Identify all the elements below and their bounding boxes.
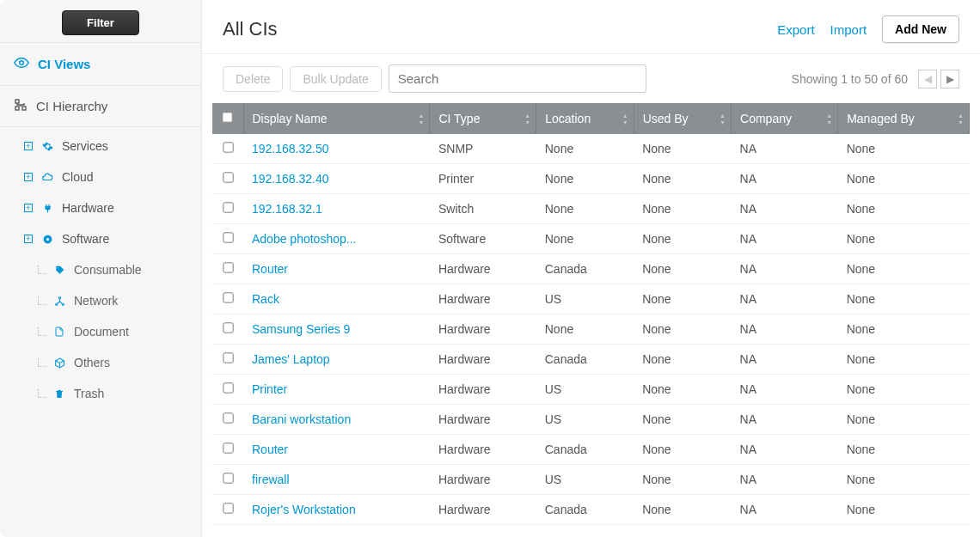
display-name-link[interactable]: firewall [252,473,290,486]
column-header-managed-by[interactable]: Managed By▲▼ [838,103,970,134]
sort-icon[interactable]: ▲▼ [622,113,628,125]
row-checkbox[interactable] [223,352,233,363]
search-input[interactable] [389,64,646,93]
sidebar-item-others[interactable]: Others [0,347,201,378]
display-name-link[interactable]: 192.168.32.1 [252,202,322,216]
row-checkbox[interactable] [223,382,233,393]
display-name-link[interactable]: Rojer's Workstation [252,503,356,516]
cell-managed-by: None [838,284,970,314]
select-all-checkbox[interactable] [223,112,233,122]
cell-location: Canada [536,435,634,465]
display-name-link[interactable]: 192.168.32.40 [252,172,329,186]
add-new-button[interactable]: Add New [882,15,959,43]
svg-rect-3 [15,107,19,110]
ci-hierarchy-header[interactable]: CI Hierarchy [0,86,201,127]
sidebar-item-trash[interactable]: Trash [0,378,201,409]
cell-managed-by: None [838,495,970,525]
expand-icon[interactable]: + [24,173,33,181]
cell-used-by: None [634,134,731,164]
expand-icon[interactable]: + [24,235,33,243]
row-checkbox[interactable] [223,202,233,212]
sidebar: Filter CI Views CI Hierarchy +Services+C… [0,0,202,537]
expand-icon[interactable]: + [24,204,33,212]
row-checkbox[interactable] [223,262,233,272]
cell-used-by: None [634,345,731,375]
cell-used-by: None [634,435,731,465]
sidebar-item-software[interactable]: +Software [0,223,201,254]
cell-company: NA [732,375,838,405]
column-header-ci-type[interactable]: CI Type▲▼ [430,103,536,134]
row-checkbox[interactable] [223,503,233,513]
sort-icon[interactable]: ▲▼ [958,113,964,125]
svg-point-7 [55,303,57,305]
sidebar-item-services[interactable]: +Services [0,131,201,162]
ci-hierarchy-label: CI Hierarchy [36,99,107,113]
column-header-location[interactable]: Location▲▼ [536,103,634,134]
column-header-display-name[interactable]: Display Name▲▼ [243,103,430,134]
sidebar-item-document[interactable]: Document [0,316,201,347]
cell-used-by: None [634,375,731,405]
document-icon [53,326,65,338]
row-checkbox[interactable] [223,142,233,152]
display-name-link[interactable]: Printer [252,382,287,396]
expand-icon[interactable]: + [24,142,33,150]
row-checkbox[interactable] [223,322,233,333]
sidebar-item-label: Cloud [62,170,94,184]
cell-location: None [536,314,634,345]
sort-icon[interactable]: ▲▼ [826,113,832,125]
import-button[interactable]: Import [830,22,867,37]
display-name-link[interactable]: Rack [252,292,279,306]
display-name-link[interactable]: James' Laptop [252,352,330,366]
sidebar-item-consumable[interactable]: Consumable [0,254,201,285]
cell-location: US [536,375,634,405]
select-all-header[interactable] [212,103,243,134]
showing-text: Showing 1 to 50 of 60 [792,72,908,86]
cell-location: Canada [536,345,634,375]
table-row: Barani workstationHardwareUSNoneNANone [212,405,970,435]
row-checkbox[interactable] [223,412,233,423]
sidebar-item-hardware[interactable]: +Hardware [0,192,201,223]
column-header-used-by[interactable]: Used By▲▼ [634,103,731,134]
row-checkbox[interactable] [223,232,233,242]
display-name-link[interactable]: Adobe photoshop... [252,232,356,246]
cell-location: None [536,164,634,194]
sidebar-item-label: Services [62,139,108,153]
sidebar-item-network[interactable]: Network [0,285,201,316]
ci-views-header[interactable]: CI Views [0,42,201,86]
sidebar-item-cloud[interactable]: +Cloud [0,162,201,192]
cell-used-by: None [634,495,731,525]
row-checkbox[interactable] [223,473,233,483]
bulk-update-button[interactable]: Bulk Update [290,66,381,92]
table-row: 192.168.32.1SwitchNoneNoneNANone [212,194,970,224]
delete-button[interactable]: Delete [223,66,283,92]
sidebar-item-label: Others [74,356,110,369]
page-next-button[interactable]: ▶ [940,70,959,88]
cloud-icon [41,171,53,183]
display-name-link[interactable]: Router [252,442,288,456]
row-checkbox[interactable] [223,292,233,302]
row-checkbox[interactable] [223,442,233,453]
column-header-company[interactable]: Company▲▼ [732,103,838,134]
display-name-link[interactable]: 192.168.32.50 [252,142,329,156]
filter-button[interactable]: Filter [62,10,139,35]
display-name-link[interactable]: Samsung Series 9 [252,322,350,336]
page-prev-button[interactable]: ◀ [918,70,937,88]
row-checkbox[interactable] [223,172,233,182]
sort-icon[interactable]: ▲▼ [524,113,530,125]
display-name-link[interactable]: Barani workstation [252,412,351,426]
cube-icon [53,357,65,369]
cell-managed-by: None [838,345,970,375]
sidebar-item-label: Network [74,294,118,308]
tree-line-icon [38,327,46,336]
sort-icon[interactable]: ▲▼ [419,113,425,125]
display-name-link[interactable]: Router [252,262,288,276]
cell-company: NA [732,254,838,284]
sort-icon[interactable]: ▲▼ [720,113,726,125]
cell-type: Hardware [430,284,536,314]
sidebar-item-label: Trash [74,387,104,400]
export-button[interactable]: Export [777,22,814,37]
plug-icon [41,202,53,214]
cell-type: Hardware [430,314,536,345]
cell-location: Canada [536,495,634,525]
svg-point-6 [58,296,60,298]
